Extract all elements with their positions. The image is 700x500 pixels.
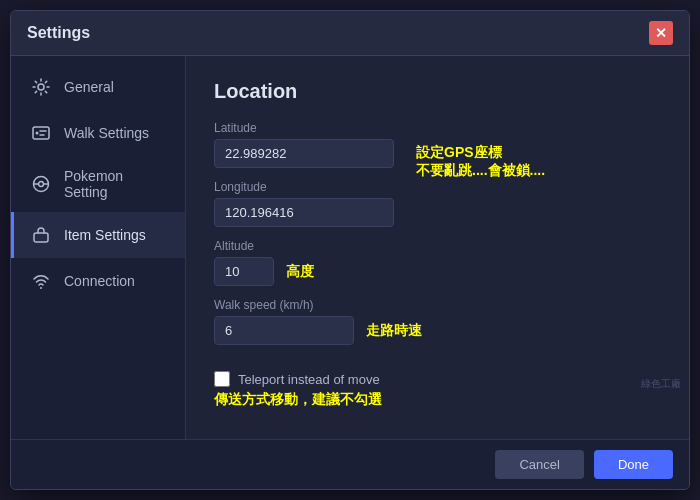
sidebar: General Walk Settings (11, 56, 186, 439)
altitude-field-group: Altitude 高度 (214, 239, 661, 286)
sidebar-item-label-general: General (64, 79, 114, 95)
watermark: 綠色工廠 (641, 377, 681, 391)
altitude-input[interactable] (214, 257, 274, 286)
title-bar: Settings ✕ (11, 11, 689, 56)
settings-dialog: Settings ✕ General (10, 10, 690, 490)
altitude-annotation: 高度 (286, 263, 314, 281)
teleport-label[interactable]: Teleport instead of move (238, 372, 380, 387)
walk-speed-field-group: Walk speed (km/h) 走路時速 (214, 298, 661, 345)
teleport-checkbox-row: Teleport instead of move (214, 371, 661, 387)
bag-icon (30, 224, 52, 246)
walk-annotation: 走路時速 (366, 322, 422, 340)
dialog-title: Settings (27, 24, 90, 42)
close-button[interactable]: ✕ (649, 21, 673, 45)
gear-icon (30, 76, 52, 98)
svg-point-2 (36, 132, 39, 135)
svg-rect-8 (34, 233, 48, 242)
teleport-section: Teleport instead of move 傳送方式移動，建議不勾選 (214, 367, 661, 409)
pokeball-icon (30, 173, 52, 195)
svg-point-9 (40, 287, 42, 289)
sidebar-item-label-connection: Connection (64, 273, 135, 289)
latitude-label: Latitude (214, 121, 661, 135)
longitude-label: Longitude (214, 180, 661, 194)
sidebar-item-walk-settings[interactable]: Walk Settings (11, 110, 185, 156)
sidebar-item-label-pokemon-setting: Pokemon Setting (64, 168, 169, 200)
section-title: Location (214, 80, 661, 103)
teleport-checkbox[interactable] (214, 371, 230, 387)
dialog-footer: Cancel Done (11, 439, 689, 489)
sidebar-item-label-walk-settings: Walk Settings (64, 125, 149, 141)
altitude-label: Altitude (214, 239, 661, 253)
svg-rect-1 (33, 127, 49, 139)
walk-speed-label: Walk speed (km/h) (214, 298, 661, 312)
dialog-body: General Walk Settings (11, 56, 689, 439)
sidebar-item-connection[interactable]: Connection (11, 258, 185, 304)
svg-point-0 (38, 84, 44, 90)
sidebar-item-item-settings[interactable]: Item Settings (11, 212, 185, 258)
longitude-field-group: Longitude (214, 180, 661, 227)
cancel-button[interactable]: Cancel (495, 450, 583, 479)
sidebar-item-pokemon-setting[interactable]: Pokemon Setting (11, 156, 185, 212)
sidebar-item-general[interactable]: General (11, 64, 185, 110)
longitude-input[interactable] (214, 198, 394, 227)
svg-point-7 (39, 182, 44, 187)
sidebar-item-label-item-settings: Item Settings (64, 227, 146, 243)
walk-speed-input[interactable] (214, 316, 354, 345)
latitude-field-group: Latitude (214, 121, 661, 168)
teleport-annotation: 傳送方式移動，建議不勾選 (214, 391, 661, 409)
done-button[interactable]: Done (594, 450, 673, 479)
main-content: Location Latitude 設定GPS座標 不要亂跳....會被鎖...… (186, 56, 689, 439)
wifi-icon (30, 270, 52, 292)
latitude-input[interactable] (214, 139, 394, 168)
walk-icon (30, 122, 52, 144)
